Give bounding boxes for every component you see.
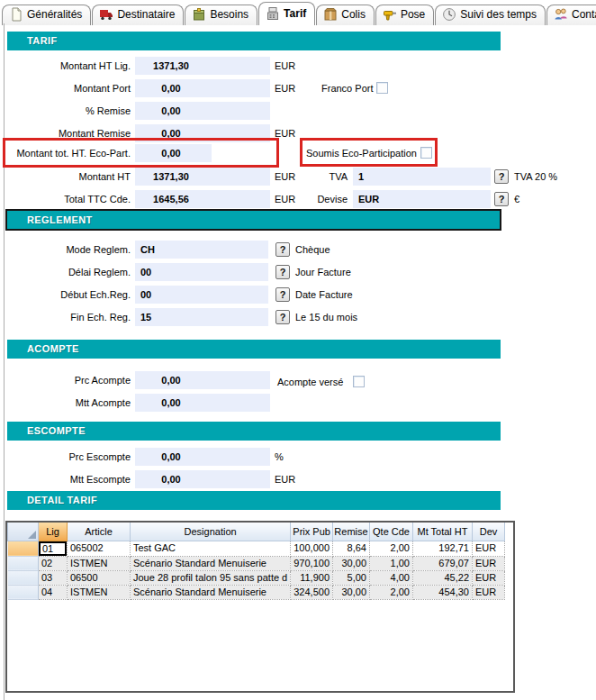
field-row: Mtt Acompte 0,00 (0, 394, 596, 413)
col-header-mt-total-ht[interactable]: Mt Total HT (413, 523, 473, 541)
cell-remise[interactable]: 8,64 (333, 541, 370, 556)
cell-qte-cde[interactable]: 4,00 (370, 570, 413, 585)
prc-escompte-input[interactable]: 0,00 (135, 448, 270, 466)
tab-besoins[interactable]: Besoins (185, 5, 257, 25)
row-selector[interactable] (8, 541, 39, 556)
drill-icon (383, 7, 397, 22)
col-header-qte-cde[interactable]: Qte Cde (370, 523, 413, 541)
col-header-lig[interactable]: Lig (39, 523, 68, 541)
tab-tarif[interactable]: Tarif (258, 2, 315, 25)
cell-designation[interactable]: Test GAC (131, 541, 291, 556)
mode-reglem-input[interactable]: CH (135, 241, 268, 259)
tab-label: Pose (401, 8, 425, 21)
cell-prix-pub[interactable]: 324,500 (291, 585, 333, 599)
cell-mt-total-ht[interactable]: 679,07 (413, 556, 473, 570)
montant-ht-lig-input[interactable]: 1371,30 (135, 57, 270, 75)
delai-reglem-help-button[interactable]: ? (275, 265, 290, 279)
cell-dev[interactable]: EUR (473, 556, 505, 570)
field-row: Délai Reglem. 00 ? Jour Facture (0, 263, 596, 282)
contacts-icon (554, 7, 568, 22)
tva-input[interactable]: 1 (353, 168, 491, 186)
franco-port-checkbox[interactable] (376, 82, 388, 94)
field-row: Montant HT 1371,30 EUR TVA 1 ? TVA 20 % (0, 168, 596, 186)
field-row: Prc Escompte 0,00 % (0, 448, 596, 467)
montant-ht-lig-label: Montant HT Lig. (0, 60, 131, 71)
tab-colis[interactable]: Colis (316, 5, 375, 25)
debut-ech-help-button[interactable]: ? (275, 287, 290, 302)
cell-prix-pub[interactable]: 100,000 (291, 541, 333, 556)
cell-lig[interactable]: 02 (39, 556, 68, 570)
cell-dev[interactable]: EUR (473, 570, 505, 585)
acompte-verse-checkbox[interactable] (353, 376, 365, 387)
section-header-escompte: ESCOMPTE (7, 422, 501, 441)
currency-label: EUR (275, 474, 295, 485)
delai-reglem-label: Délai Reglem. (0, 267, 131, 277)
tab-label: Destinataire (117, 8, 175, 21)
devise-help-button[interactable]: ? (494, 192, 509, 206)
cell-qte-cde[interactable]: 1,00 (370, 556, 413, 570)
cell-designation[interactable]: Joue 28 profil talon 95 sans patte d (131, 570, 291, 585)
cell-remise[interactable]: 5,00 (333, 570, 370, 585)
tab-pose[interactable]: Pose (375, 5, 434, 25)
cell-lig[interactable]: 01 (39, 541, 68, 556)
field-row: Mtt Escompte 0,00 EUR (0, 470, 596, 489)
cell-designation[interactable]: Scénario Standard Menuiserie (131, 556, 291, 570)
pct-remise-input[interactable]: 0,00 (135, 102, 270, 120)
prc-acompte-label: Prc Acompte (0, 375, 131, 386)
tva-help-button[interactable]: ? (494, 169, 509, 184)
prc-acompte-input[interactable]: 0,00 (135, 371, 270, 389)
cell-designation[interactable]: Scénario Standard Menuiserie (131, 585, 291, 599)
mode-reglem-help-button[interactable]: ? (275, 242, 290, 257)
debut-ech-input[interactable]: 00 (135, 286, 268, 304)
devise-input[interactable]: EUR (353, 190, 491, 208)
col-header-remise[interactable]: Remise (333, 523, 370, 541)
cell-article[interactable]: ISTMEN (68, 585, 131, 599)
montant-port-input[interactable]: 0,00 (135, 79, 270, 97)
row-selector[interactable] (8, 585, 39, 599)
delai-reglem-desc: Jour Facture (295, 267, 351, 277)
row-selector[interactable] (8, 570, 39, 585)
mtt-escompte-input[interactable]: 0,00 (135, 470, 270, 488)
delai-reglem-input[interactable]: 00 (135, 263, 268, 281)
fin-ech-help-button[interactable]: ? (275, 310, 290, 324)
cell-mt-total-ht[interactable]: 192,71 (413, 541, 473, 556)
tab-contacts[interactable]: Contacts (546, 5, 596, 25)
cell-lig[interactable]: 04 (39, 585, 68, 599)
total-ttc-label: Total TTC Cde. (0, 194, 131, 205)
cell-prix-pub[interactable]: 970,100 (291, 556, 333, 570)
col-header-article[interactable]: Article (68, 523, 131, 541)
fin-ech-label: Fin Ech. Reg. (0, 312, 131, 323)
cell-lig[interactable]: 03 (39, 570, 68, 585)
mtt-acompte-input[interactable]: 0,00 (135, 394, 270, 412)
cell-mt-total-ht[interactable]: 454,30 (413, 585, 473, 599)
col-header-dev[interactable]: Dev (473, 523, 505, 541)
cell-prix-pub[interactable]: 11,900 (291, 570, 333, 585)
tab-destinataire[interactable]: Destinataire (92, 5, 184, 25)
cell-dev[interactable]: EUR (473, 585, 505, 599)
tab-label: Suivi des temps (460, 8, 537, 21)
cell-qte-cde[interactable]: 2,00 (370, 585, 413, 599)
tab-suivi-des-temps[interactable]: Suivi des temps (435, 5, 546, 25)
fin-ech-input[interactable]: 15 (135, 308, 268, 326)
currency-label: EUR (275, 171, 295, 182)
total-ttc-input[interactable]: 1645,56 (135, 190, 270, 208)
percent-label: % (275, 451, 284, 462)
cell-remise[interactable]: 30,00 (333, 585, 370, 599)
cell-article[interactable]: 065002 (68, 541, 131, 556)
prc-escompte-label: Prc Escompte (0, 451, 131, 462)
debut-ech-label: Début Ech.Reg. (0, 289, 131, 300)
cell-mt-total-ht[interactable]: 45,22 (413, 570, 473, 585)
cell-remise[interactable]: 30,00 (333, 556, 370, 570)
row-selector[interactable] (8, 556, 39, 570)
grid-corner-selector[interactable] (8, 523, 39, 541)
col-header-prix-pub[interactable]: Prix Pub (291, 523, 333, 541)
col-header-designation[interactable]: Designation (131, 523, 291, 541)
cell-qte-cde[interactable]: 2,00 (370, 541, 413, 556)
cell-article[interactable]: 06500 (68, 570, 131, 585)
cell-dev[interactable]: EUR (473, 541, 505, 556)
cell-article[interactable]: ISTMEN (68, 556, 131, 570)
mode-reglem-label: Mode Reglem. (0, 244, 131, 255)
section-header-acompte: ACOMPTE (7, 340, 501, 359)
tab-generalites[interactable]: Généralités (2, 5, 91, 25)
montant-ht-input[interactable]: 1371,30 (135, 168, 270, 186)
